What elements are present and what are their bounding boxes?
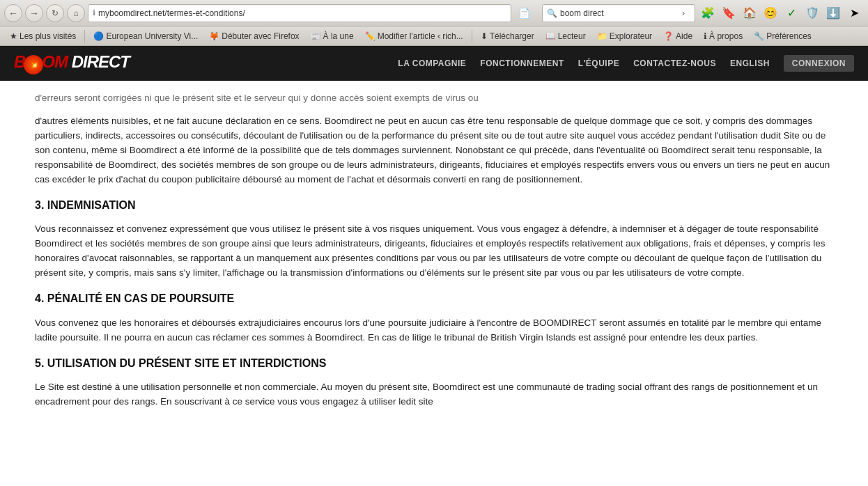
section4-heading: 4. PÉNALITÉ EN CAS DE POURSUITE — [35, 290, 833, 308]
bookmark-download-icon: ⬇ — [481, 31, 488, 41]
logo-direct-text: DIRECT — [68, 52, 130, 71]
nav-la-compagnie[interactable]: LA COMPAGNIE — [398, 58, 466, 68]
bookmark-explorateur[interactable]: 📁 Explorateur — [593, 30, 656, 42]
bookmark-separator-1 — [84, 30, 85, 42]
bookmark-telecharger[interactable]: ⬇ Télécharger — [476, 30, 538, 42]
bookmark-a-propos[interactable]: ℹ À propos — [699, 30, 747, 42]
nav-english[interactable]: ENGLISH — [730, 58, 770, 68]
bookmark-wrench-icon: 🔧 — [754, 31, 764, 41]
bookmark-debuter-firefox[interactable]: 🦊 Débuter avec Firefox — [205, 30, 303, 42]
addons-icon[interactable]: 🧩 — [698, 3, 718, 23]
site-nav-links: LA COMPAGNIE FONCTIONNEMENT L'ÉQUIPE CON… — [398, 55, 854, 72]
bookmark-firefox-icon: 🦊 — [209, 31, 219, 41]
bookmark-eu-icon: 🔵 — [93, 31, 104, 41]
search-bar[interactable]: 🔍 › — [542, 4, 695, 22]
shield-icon[interactable]: 🛡️ — [803, 3, 822, 23]
intro-paragraph: d'erreurs seront corrigées ni que le pré… — [35, 91, 833, 106]
search-go-button[interactable]: › — [676, 6, 690, 20]
site-navigation: B💥OM DIRECT LA COMPAGNIE FONCTIONNEMENT … — [0, 46, 868, 81]
url-bar[interactable]: ℹ — [88, 4, 511, 22]
bookmark-modifier-article[interactable]: ✏️ Modifier l'article ‹ rich... — [361, 30, 467, 42]
nav-contactez-nous[interactable]: CONTACTEZ-NOUS — [633, 58, 716, 68]
nav-fonctionnement[interactable]: FONCTIONNEMENT — [480, 58, 564, 68]
bookmark-info-icon: ℹ — [704, 31, 707, 41]
bookmark-aide[interactable]: ❓ Aide — [659, 30, 697, 42]
forward-button[interactable]: → — [25, 4, 43, 22]
bookmark-edit-icon: ✏️ — [365, 31, 375, 41]
site-logo[interactable]: B💥OM DIRECT — [14, 52, 130, 75]
bookmark-european-university[interactable]: 🔵 European University Vi... — [89, 30, 202, 42]
browser-chrome: ← → ↻ ⌂ ℹ 📄 🔍 › 🧩 🔖 🏠 😊 ✓ 🛡️ — [0, 0, 868, 46]
browser-topbar: ← → ↻ ⌂ ℹ 📄 🔍 › 🧩 🔖 🏠 😊 ✓ 🛡️ — [0, 0, 868, 26]
bookmark-separator-2 — [472, 30, 472, 42]
bookmark-star-icon: ★ — [10, 31, 17, 41]
section3-heading: 3. INDEMNISATION — [35, 197, 833, 214]
bookmark-news-icon: 📰 — [311, 31, 321, 41]
lock-icon: ℹ — [93, 8, 95, 17]
send-icon[interactable]: ➤ — [844, 3, 864, 23]
smiley-icon[interactable]: 😊 — [761, 3, 780, 23]
home-button[interactable]: ⌂ — [67, 4, 85, 22]
section4-paragraph: Vous convenez que les honoraires et débo… — [35, 316, 833, 345]
bookmark-a-la-une[interactable]: 📰 À la une — [307, 30, 358, 42]
bookmark-reader-icon: 📖 — [545, 31, 556, 41]
logo-text: B💥OM DIRECT — [14, 52, 130, 75]
paragraph-1: d'autres éléments nuisibles, et ne fait … — [35, 114, 833, 187]
bookmark-les-plus-visites[interactable]: ★ Les plus visités — [6, 30, 80, 42]
home-nav-icon[interactable]: 🏠 — [740, 3, 759, 23]
url-input[interactable] — [98, 8, 506, 18]
back-button[interactable]: ← — [4, 4, 22, 22]
search-icon: 🔍 — [547, 8, 557, 18]
nav-lequipe[interactable]: L'ÉQUIPE — [578, 58, 620, 68]
section5-heading: 5. UTILISATION DU PRÉSENT SITE ET INTERD… — [35, 355, 833, 373]
bookmark-preferences[interactable]: 🔧 Préférences — [750, 30, 816, 42]
bookmark-help-icon: ❓ — [663, 31, 674, 41]
nav-connexion[interactable]: CONNEXION — [784, 55, 854, 72]
bookmarks-bar: ★ Les plus visités 🔵 European University… — [0, 26, 868, 46]
bookmark-lecteur[interactable]: 📖 Lecteur — [541, 30, 590, 42]
section5-paragraph: Le Site est destiné à une utilisation pe… — [35, 380, 833, 409]
website-wrapper: B💥OM DIRECT LA COMPAGNIE FONCTIONNEMENT … — [0, 46, 868, 486]
view-source-icon[interactable]: 📄 — [514, 3, 534, 23]
search-input[interactable] — [560, 8, 674, 18]
refresh-button[interactable]: ↻ — [46, 4, 64, 22]
pocket-icon[interactable]: 🔖 — [719, 3, 738, 23]
logo-oom: OM — [42, 52, 68, 71]
bookmark-folder-icon: 📁 — [597, 31, 607, 41]
checkmark-icon[interactable]: ✓ — [782, 3, 801, 23]
main-content: d'erreurs seront corrigées ni que le pré… — [0, 81, 868, 486]
section3-paragraph: Vous reconnaissez et convenez expresséme… — [35, 222, 833, 281]
browser-icons: 🧩 🔖 🏠 😊 ✓ 🛡️ ⬇️ ➤ — [698, 3, 864, 23]
downloads-icon[interactable]: ⬇️ — [823, 3, 843, 23]
